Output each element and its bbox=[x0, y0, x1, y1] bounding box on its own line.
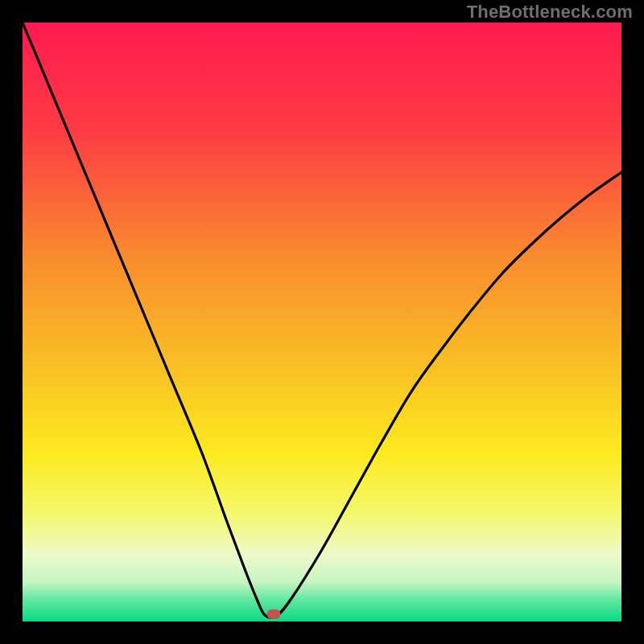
figure-frame: TheBottleneck.com bbox=[0, 0, 644, 644]
plot-area bbox=[23, 23, 621, 621]
watermark-text: TheBottleneck.com bbox=[467, 2, 633, 23]
bottleneck-curve bbox=[23, 23, 621, 621]
optimal-point-marker bbox=[267, 609, 281, 619]
